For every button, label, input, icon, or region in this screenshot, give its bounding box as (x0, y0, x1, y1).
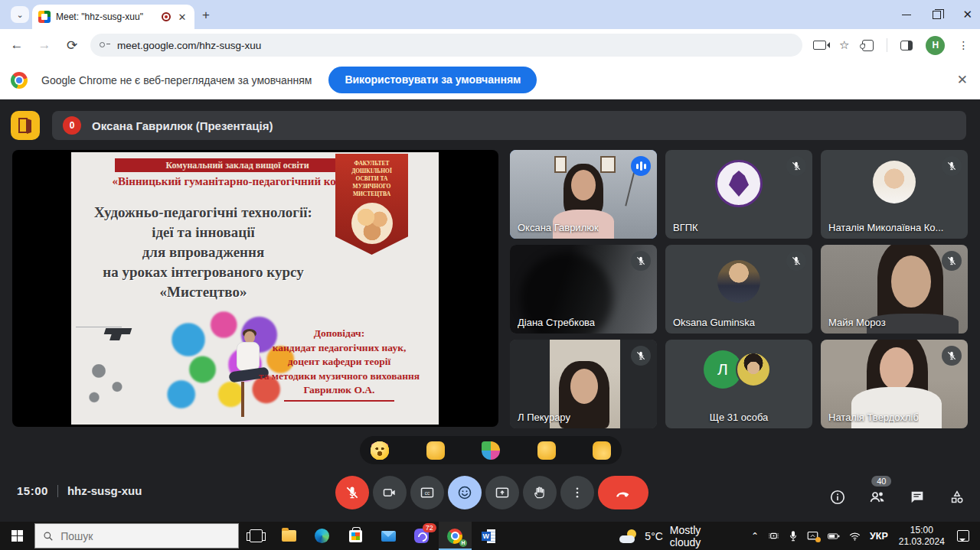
back-button[interactable]: ← (6, 37, 28, 53)
site-info-icon[interactable] (100, 40, 110, 50)
window-restore-button[interactable] (933, 11, 941, 19)
tile-oksana-havryliuk[interactable]: Оксана Гаврилюк (510, 150, 657, 239)
pennant-line: ОСВІТИ ТА (335, 175, 408, 183)
browser-tab[interactable]: Meet: "hhz-susg-xuu" ✕ (32, 5, 194, 29)
tile-natalia-mykolaivna[interactable]: Наталія Миколаївна Ко... (821, 150, 968, 239)
reactions-button[interactable] (448, 476, 482, 509)
end-call-icon (615, 484, 632, 501)
tile-oksana-guminska[interactable]: Oksana Guminska (665, 245, 812, 334)
tile-l-pekuraru[interactable]: Л Пекурару (510, 340, 657, 428)
smiley-icon (457, 485, 472, 500)
speaker-line: кандидат педагогічних наук, (241, 341, 437, 356)
store-icon (349, 530, 362, 542)
bookmark-star-icon[interactable]: ☆ (839, 38, 849, 52)
participant-name: Оксана Гаврилюк (518, 222, 599, 233)
hidden-icons-chevron[interactable]: ⌃ (751, 531, 759, 542)
cast-tray-icon[interactable] (807, 531, 818, 541)
presenter-banner: 0 Оксана Гаврилюк (Презентація) (52, 111, 966, 140)
chrome-button[interactable]: H (439, 522, 472, 550)
taskbar-clock[interactable]: 15:00 21.03.2024 (899, 525, 945, 548)
search-input[interactable] (60, 530, 214, 542)
present-screen-button[interactable] (485, 476, 519, 509)
call-controls: cc (335, 476, 648, 509)
mic-off-icon (345, 485, 360, 500)
tile-vgpk[interactable]: ВГПК (665, 150, 812, 239)
mic-toggle-button[interactable] (335, 476, 369, 509)
url-text: meet.google.com/hhz-susg-xuu (117, 40, 261, 51)
raise-hand-button[interactable] (523, 476, 557, 509)
extensions-icon[interactable] (862, 40, 874, 51)
tab-capture-icon[interactable] (813, 41, 826, 50)
slide-speaker-block: Доповідач: кандидат педагогічних наук, д… (241, 327, 437, 402)
slide-title-line: «Мистецтво» (71, 282, 335, 302)
meeting-details-button[interactable] (827, 487, 848, 508)
file-explorer-button[interactable] (273, 522, 305, 550)
participants-button[interactable]: 40 (867, 487, 888, 508)
reaction-thinking-icon[interactable] (371, 441, 389, 460)
banner-close-icon[interactable]: ✕ (957, 72, 968, 88)
microphone-tray-icon[interactable] (789, 530, 798, 542)
set-default-button[interactable]: Використовувати за умовчанням (328, 67, 537, 93)
windows-logo-icon (11, 530, 23, 542)
window-controls: ✕ (902, 0, 972, 29)
task-view-button[interactable] (239, 522, 272, 550)
tab-title: Meet: "hhz-susg-xuu" (56, 11, 156, 22)
more-participants-avatars: Л (704, 350, 774, 390)
mic-off-icon (635, 255, 646, 266)
end-call-button[interactable] (598, 476, 648, 509)
mic-muted-indicator (942, 346, 962, 366)
more-options-button[interactable] (560, 476, 594, 509)
mail-button[interactable] (372, 522, 405, 550)
browser-menu-icon[interactable]: ⋮ (958, 44, 969, 47)
mic-off-icon (946, 255, 957, 266)
wifi-tray-icon[interactable] (849, 532, 861, 541)
camera-toggle-button[interactable] (373, 476, 407, 509)
chrome-logo-icon (11, 72, 28, 89)
tab-close-icon[interactable]: ✕ (176, 11, 188, 23)
panel-buttons: 40 (827, 479, 968, 516)
store-button[interactable] (339, 522, 372, 550)
captions-button[interactable]: cc (410, 476, 444, 509)
participant-name: Майя Мороз (828, 317, 886, 328)
recording-indicator-icon (162, 12, 171, 21)
new-tab-button[interactable]: + (202, 8, 210, 23)
reaction-party-popper-icon[interactable] (482, 441, 500, 460)
window-minimize-button[interactable] (902, 15, 911, 15)
meet-favicon-icon (38, 11, 51, 23)
forward-button[interactable]: → (34, 37, 55, 53)
reactions-bar (360, 436, 622, 464)
tab-search-chevron-icon[interactable]: ⌄ (11, 6, 29, 23)
reload-button[interactable]: ⟳ (61, 37, 83, 54)
pennant-line: ФАКУЛЬТЕТ (335, 160, 408, 168)
side-panel-icon[interactable] (900, 41, 913, 50)
svg-text:cc: cc (425, 490, 430, 496)
tile-more-participants[interactable]: Л Ще 31 особа (665, 340, 812, 428)
taskbar-weather[interactable]: 5°C Mostly cloudy (619, 524, 730, 548)
edge-button[interactable] (305, 522, 338, 550)
reaction-thumbs-up-icon[interactable] (426, 441, 445, 460)
tile-diana-strebkova[interactable]: Діана Стребкова (510, 245, 657, 334)
tile-natalia-tverdokhlib[interactable]: Наталія Твердохліб (821, 340, 968, 428)
activities-button[interactable] (946, 487, 968, 508)
presentation-stage[interactable]: Комунальний заклад вищої освіти «Вінниць… (12, 150, 498, 427)
language-indicator[interactable]: УКР (870, 531, 888, 542)
word-button[interactable]: W (472, 522, 505, 550)
door-extension-icon[interactable] (11, 111, 40, 140)
tile-maiia-moroz[interactable]: Майя Мороз (821, 245, 968, 334)
action-center-icon[interactable] (957, 530, 969, 542)
profile-avatar[interactable]: H (926, 36, 945, 55)
taskbar-search[interactable] (34, 523, 239, 548)
battery-tray-icon[interactable] (828, 532, 840, 541)
participant-grid: Оксана Гаврилюк ВГПК (510, 150, 968, 428)
address-bar[interactable]: meet.google.com/hhz-susg-xuu (90, 34, 802, 57)
mic-off-icon (791, 161, 802, 171)
chat-button[interactable] (906, 487, 928, 508)
reaction-clapping-hands-icon[interactable] (537, 441, 556, 460)
webcam-tray-icon[interactable] (768, 531, 779, 541)
window-close-button[interactable]: ✕ (962, 8, 972, 21)
participants-count-badge: 40 (871, 476, 891, 487)
presenter-badge: 0 (63, 116, 81, 135)
reaction-thumbs-down-icon[interactable] (593, 441, 611, 460)
start-button[interactable] (0, 522, 34, 550)
viber-button[interactable]: 72 (405, 522, 438, 550)
